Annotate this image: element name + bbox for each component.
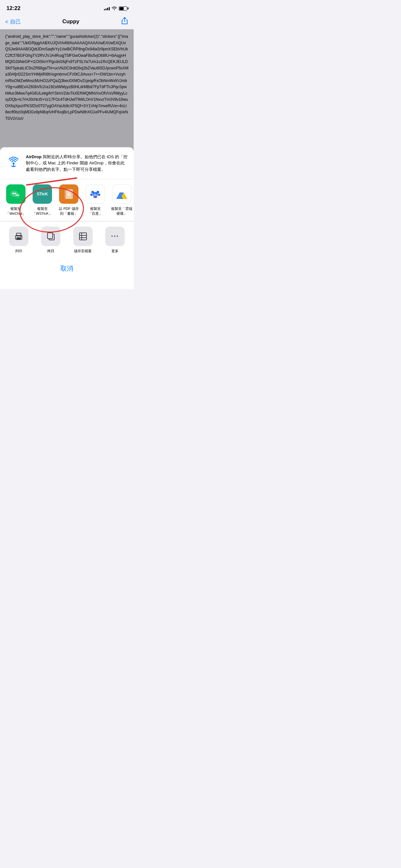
svg-point-14	[90, 194, 93, 196]
status-bar: 12:22	[0, 0, 134, 14]
back-button[interactable]: < 自己	[5, 18, 21, 26]
wifi-icon	[112, 6, 117, 11]
svg-point-8	[18, 195, 19, 196]
svg-point-15	[98, 194, 100, 196]
status-time: 12:22	[6, 5, 20, 11]
airdrop-icon	[5, 154, 22, 170]
gdrive-icon	[112, 184, 131, 204]
wstick-icon: STicK	[33, 184, 52, 204]
apps-section: 複製至「WeChat」 STicK 複製至「WSTicK」	[0, 179, 134, 221]
wechat-label: 複製至「WeChat」	[6, 206, 26, 216]
svg-point-4	[12, 193, 14, 194]
svg-point-25	[20, 237, 21, 237]
svg-rect-28	[80, 233, 87, 240]
svg-rect-27	[48, 233, 53, 239]
airdrop-description: AirDrop 與附近的人即時分享。如他們已在 iOS 的「控制中心」或 Mac…	[26, 154, 128, 173]
svg-rect-23	[17, 237, 21, 240]
more-label: 更多	[112, 249, 119, 253]
copy-label: 拷貝	[47, 249, 54, 253]
status-icons	[104, 6, 127, 11]
cancel-button[interactable]: 取消	[3, 259, 131, 278]
baidu-icon: du	[86, 184, 105, 204]
print-label: 列印	[15, 249, 22, 253]
airdrop-section[interactable]: AirDrop 與附近的人即時分享。如他們已在 iOS 的「控制中心」或 Mac…	[0, 147, 134, 180]
signal-icon	[104, 6, 110, 10]
svg-rect-17	[93, 197, 97, 198]
action-save[interactable]: 儲存至檔案	[70, 227, 96, 253]
actions-row: 列印 拷貝	[0, 227, 134, 253]
action-more[interactable]: ··· 更多	[102, 227, 128, 253]
share-button[interactable]	[121, 17, 128, 27]
app-item-wechat[interactable]: 複製至「WeChat」	[3, 184, 29, 216]
print-icon	[9, 227, 28, 246]
books-icon	[59, 184, 79, 204]
baidu-label: 複製至「百度」	[88, 206, 102, 216]
svg-text:du: du	[93, 193, 97, 197]
navigation-bar: < 自己 Cuppy	[0, 14, 134, 29]
copy-icon	[41, 227, 60, 246]
battery-icon	[119, 6, 127, 11]
save-icon	[73, 227, 93, 246]
action-copy[interactable]: 拷貝	[37, 227, 64, 253]
gdrive-label: 複製至「雲端硬碟」	[111, 206, 132, 216]
app-item-wstick[interactable]: STicK 複製至「WSTicK」	[29, 184, 56, 216]
page-title: Cuppy	[62, 19, 80, 25]
svg-rect-10	[66, 189, 73, 199]
books-label: 以 PDF 儲存到「書籍」	[59, 206, 79, 216]
actions-section: 列印 拷貝	[0, 221, 134, 256]
app-item-gdrive[interactable]: 複製至「雲端硬碟」	[109, 184, 134, 216]
wechat-icon	[6, 184, 26, 204]
svg-point-7	[16, 195, 18, 196]
svg-point-0	[5, 154, 22, 170]
cancel-section: 取消	[3, 259, 131, 278]
share-sheet: AirDrop 與附近的人即時分享。如他們已在 iOS 的「控制中心」或 Mac…	[0, 147, 134, 289]
app-item-books[interactable]: 以 PDF 儲存到「書籍」	[56, 184, 82, 216]
app-item-baidu[interactable]: du 複製至「百度」	[82, 184, 109, 216]
save-label: 儲存至檔案	[74, 249, 92, 253]
wstick-label: 複製至「WSTicK」	[32, 206, 52, 216]
more-icon: ···	[105, 227, 125, 246]
svg-point-6	[14, 193, 20, 198]
action-print[interactable]: 列印	[5, 227, 32, 253]
apps-row: 複製至「WeChat」 STicK 複製至「WSTicK」	[0, 184, 134, 216]
